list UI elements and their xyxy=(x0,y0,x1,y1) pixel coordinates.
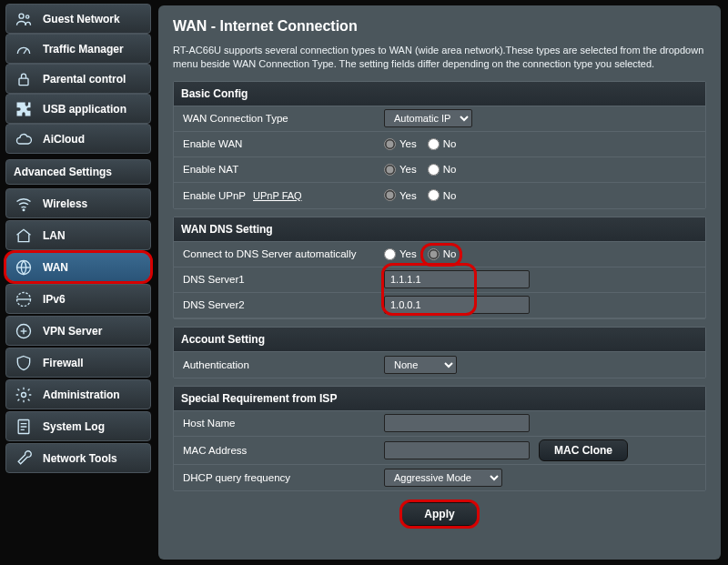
sidebar-item-label: Firewall xyxy=(43,357,84,369)
wan-dns-head: WAN DNS Setting xyxy=(174,217,705,242)
sidebar-item-label: Traffic Manager xyxy=(43,43,124,55)
sidebar-item-label: LAN xyxy=(43,229,66,242)
globe-icon xyxy=(14,257,34,277)
sidebar-item-aicloud[interactable]: AiCloud xyxy=(5,124,151,154)
shield-icon xyxy=(14,353,34,373)
page-title: WAN - Internet Connection xyxy=(173,18,706,35)
sidebar: Guest Network Traffic Manager Parental c… xyxy=(0,0,157,565)
advanced-settings-label: Advanced Settings xyxy=(5,159,151,185)
dns2-label: DNS Server2 xyxy=(174,295,379,315)
sidebar-item-usb-application[interactable]: USB application xyxy=(5,94,151,124)
globe-dotted-icon xyxy=(14,289,34,309)
basic-config-head: Basic Config xyxy=(174,82,705,106)
authentication-label: Authentication xyxy=(174,355,379,375)
sidebar-item-label: Parental control xyxy=(43,73,126,86)
enable-upnp-yes-radio[interactable] xyxy=(384,189,396,201)
enable-nat-label: Enable NAT xyxy=(174,159,379,179)
svg-point-7 xyxy=(22,392,26,397)
mac-address-input[interactable] xyxy=(384,441,530,459)
sidebar-item-label: Guest Network xyxy=(43,13,120,25)
wan-connection-type-label: WAN Connection Type xyxy=(174,108,379,128)
sidebar-item-wan[interactable]: WAN xyxy=(5,252,151,282)
dns-auto-label: Connect to DNS Server automatically xyxy=(174,244,379,264)
dns1-input[interactable] xyxy=(384,270,530,288)
dhcp-frequency-select[interactable]: Aggressive Mode xyxy=(384,469,502,487)
authentication-select[interactable]: None xyxy=(384,356,457,374)
wan-dns-section: WAN DNS Setting Connect to DNS Server au… xyxy=(173,217,706,319)
home-icon xyxy=(14,226,34,246)
sidebar-item-label: VPN Server xyxy=(43,325,102,338)
sidebar-item-label: Wireless xyxy=(43,197,87,210)
mac-address-label: MAC Address xyxy=(174,440,379,460)
enable-wan-label: Enable WAN xyxy=(174,134,379,154)
enable-upnp-no-radio[interactable] xyxy=(428,189,440,201)
sidebar-item-label: WAN xyxy=(43,261,68,274)
sidebar-item-label: System Log xyxy=(43,420,105,433)
upnp-faq-link[interactable]: UPnP FAQ xyxy=(253,190,302,201)
sidebar-item-ipv6[interactable]: IPv6 xyxy=(5,284,151,314)
sidebar-item-lan[interactable]: LAN xyxy=(5,220,151,250)
sidebar-item-vpn-server[interactable]: VPN Server xyxy=(5,316,151,346)
sidebar-item-wireless[interactable]: Wireless xyxy=(5,188,151,218)
svg-point-0 xyxy=(19,14,24,18)
isp-section: Special Requirement from ISP Host Name M… xyxy=(173,386,706,491)
sidebar-item-firewall[interactable]: Firewall xyxy=(5,348,151,378)
account-setting-head: Account Setting xyxy=(174,328,705,352)
dns-auto-yes-radio[interactable] xyxy=(384,248,396,260)
basic-config-section: Basic Config WAN Connection Type Automat… xyxy=(173,81,706,209)
host-name-input[interactable] xyxy=(384,414,530,432)
dns-auto-no-radio[interactable] xyxy=(428,248,440,260)
sidebar-item-network-tools[interactable]: Network Tools xyxy=(5,443,151,473)
host-name-label: Host Name xyxy=(174,413,379,433)
vpn-icon xyxy=(14,321,34,341)
cloud-icon xyxy=(14,129,34,149)
sidebar-item-guest-network[interactable]: Guest Network xyxy=(5,4,151,34)
sidebar-item-label: USB application xyxy=(43,103,126,116)
people-icon xyxy=(14,9,34,29)
gauge-icon xyxy=(14,39,34,59)
svg-rect-2 xyxy=(19,78,28,86)
tools-icon xyxy=(14,449,34,469)
isp-head: Special Requirement from ISP xyxy=(174,387,705,411)
gear-icon xyxy=(14,385,34,405)
wan-connection-type-select[interactable]: Automatic IP xyxy=(384,109,472,127)
svg-point-1 xyxy=(26,15,29,17)
dns1-label: DNS Server1 xyxy=(174,269,379,289)
sidebar-item-parental-control[interactable]: Parental control xyxy=(5,64,151,94)
sidebar-item-label: IPv6 xyxy=(43,293,66,306)
enable-upnp-label: Enable UPnP UPnP FAQ xyxy=(174,186,379,206)
account-setting-section: Account Setting Authentication None xyxy=(173,327,706,378)
wifi-icon xyxy=(14,194,34,214)
svg-point-3 xyxy=(23,208,25,210)
sidebar-item-traffic-manager[interactable]: Traffic Manager xyxy=(5,34,151,64)
sidebar-item-administration[interactable]: Administration xyxy=(5,379,151,409)
enable-wan-no-radio[interactable] xyxy=(428,138,440,150)
sidebar-item-label: AiCloud xyxy=(43,133,85,146)
log-icon xyxy=(14,417,34,437)
puzzle-icon xyxy=(14,99,34,119)
enable-nat-yes-radio[interactable] xyxy=(384,164,396,176)
page-description: RT-AC66U supports several connection typ… xyxy=(173,44,706,72)
main-panel: WAN - Internet Connection RT-AC66U suppo… xyxy=(158,5,721,560)
dns2-input[interactable] xyxy=(384,296,530,314)
sidebar-item-label: Network Tools xyxy=(43,452,117,465)
apply-button[interactable]: Apply xyxy=(401,502,477,526)
enable-wan-yes-radio[interactable] xyxy=(384,138,396,150)
sidebar-item-system-log[interactable]: System Log xyxy=(5,411,151,441)
lock-icon xyxy=(14,69,34,89)
dhcp-frequency-label: DHCP query frequency xyxy=(174,468,379,488)
mac-clone-button[interactable]: MAC Clone xyxy=(539,439,628,461)
enable-nat-no-radio[interactable] xyxy=(428,164,440,176)
sidebar-item-label: Administration xyxy=(43,388,120,401)
